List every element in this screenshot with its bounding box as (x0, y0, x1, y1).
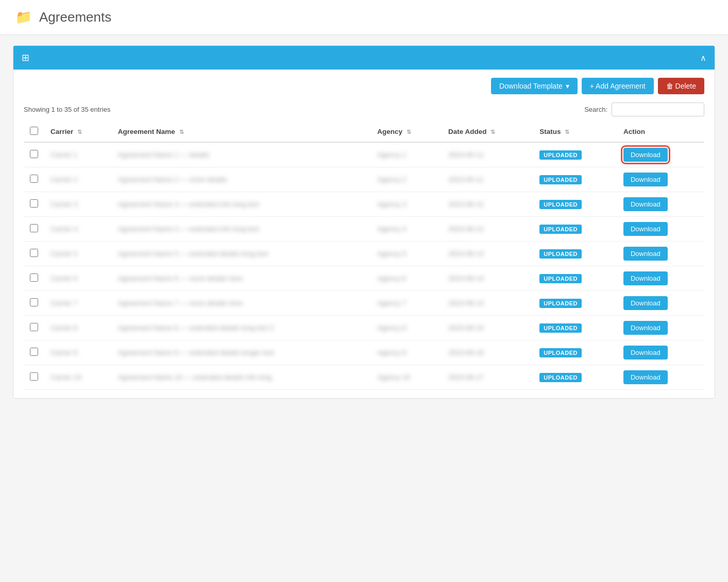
cell-agreement-name: Agreement Name 5 — extended details long… (118, 250, 268, 258)
toolbar: Download Template ▾ + Add Agreement 🗑 De… (24, 78, 704, 94)
cell-agreement-name: Agreement Name 1 — details (118, 151, 209, 159)
cell-date-added: 2023-06-14 (448, 299, 484, 307)
download-template-button[interactable]: Download Template ▾ (491, 78, 578, 94)
download-button[interactable]: Download (623, 173, 668, 186)
cell-agreement-name: Agreement Name 4 — extended info long te… (118, 225, 259, 233)
grid-icon: ⊞ (22, 52, 29, 63)
search-input[interactable] (612, 102, 704, 116)
showing-text: Showing 1 to 35 of 35 entries (24, 106, 110, 113)
table-row: Carrier 1Agreement Name 1 — detailsAgenc… (24, 142, 704, 167)
status-badge: UPLOADED (539, 249, 582, 259)
cell-agency: Agency 8 (377, 324, 406, 332)
download-button[interactable]: Download (623, 222, 668, 236)
cell-agreement-name: Agreement Name 6 — more details here (118, 275, 243, 282)
cell-date-added: 2023-06-16 (448, 349, 484, 356)
card-body: Download Template ▾ + Add Agreement 🗑 De… (13, 70, 715, 398)
sort-carrier-icon[interactable]: ⇅ (77, 129, 82, 135)
search-label: Search: (584, 106, 607, 113)
table-row: Carrier 7Agreement Name 7 — more details… (24, 291, 704, 316)
row-checkbox[interactable] (30, 298, 38, 306)
row-checkbox[interactable] (30, 249, 38, 257)
cell-date-added: 2023-05-11 (448, 176, 484, 183)
agreements-table: Carrier ⇅ Agreement Name ⇅ Agency ⇅ Date… (24, 122, 704, 390)
table-row: Carrier 3Agreement Name 3 — extended inf… (24, 192, 704, 217)
cell-agency: Agency 9 (377, 349, 406, 356)
status-badge: UPLOADED (539, 274, 582, 283)
row-checkbox[interactable] (30, 175, 38, 183)
download-button[interactable]: Download (623, 247, 668, 261)
cell-agency: Agency 7 (377, 299, 406, 307)
col-carrier: Carrier ⇅ (44, 122, 112, 142)
page-header: 📁 Agreements (0, 0, 728, 35)
sort-agency-icon[interactable]: ⇅ (407, 129, 411, 135)
download-button[interactable]: Download (623, 321, 668, 335)
row-checkbox[interactable] (30, 323, 38, 331)
col-agreement-name: Agreement Name ⇅ (112, 122, 371, 142)
table-row: Carrier 5Agreement Name 5 — extended det… (24, 242, 704, 266)
page-title: Agreements (39, 9, 111, 25)
download-button[interactable]: Download (623, 271, 668, 285)
add-agreement-button[interactable]: + Add Agreement (582, 78, 654, 94)
download-button[interactable]: Download (623, 370, 668, 384)
cell-date-added: 2023-06-17 (448, 373, 484, 381)
delete-label: 🗑 Delete (666, 82, 696, 90)
download-template-label: Download Template (499, 82, 563, 90)
row-checkbox[interactable] (30, 199, 38, 208)
status-badge: UPLOADED (539, 150, 582, 160)
cell-agency: Agency 6 (377, 275, 406, 282)
collapse-button[interactable]: ∧ (700, 53, 706, 63)
cell-carrier: Carrier 4 (50, 225, 78, 233)
table-row: Carrier 6Agreement Name 6 — more details… (24, 266, 704, 291)
cell-carrier: Carrier 1 (50, 151, 78, 159)
cell-carrier: Carrier 6 (50, 275, 78, 282)
folder-icon: 📁 (15, 9, 32, 25)
row-checkbox[interactable] (30, 273, 38, 282)
download-button[interactable]: Download (623, 197, 668, 211)
col-agency: Agency ⇅ (371, 122, 442, 142)
cell-date-added: 2023-06-12 (448, 200, 484, 208)
cell-date-added: 2023-06-12 (448, 225, 484, 233)
status-badge: UPLOADED (539, 348, 582, 357)
cell-carrier: Carrier 8 (50, 324, 78, 332)
table-row: Carrier 4Agreement Name 4 — extended inf… (24, 217, 704, 242)
cell-date-added: 2023-05-11 (448, 151, 484, 159)
search-row: Search: (584, 102, 704, 116)
col-status: Status ⇅ (533, 122, 617, 142)
table-row: Carrier 10Agreement Name 10 — extended d… (24, 365, 704, 390)
add-agreement-label: + Add Agreement (590, 82, 646, 90)
cell-agreement-name: Agreement Name 10 — extended details inf… (118, 373, 272, 381)
row-checkbox[interactable] (30, 348, 38, 356)
cell-agency: Agency 4 (377, 225, 406, 233)
select-all-header (24, 122, 44, 142)
sort-agreement-icon[interactable]: ⇅ (179, 129, 184, 135)
cell-date-added: 2023-06-15 (448, 324, 484, 332)
row-checkbox[interactable] (30, 372, 38, 381)
table-row: Carrier 2Agreement Name 2 — more details… (24, 167, 704, 192)
download-button[interactable]: Download (623, 148, 668, 162)
cell-agency: Agency 10 (377, 373, 410, 381)
cell-carrier: Carrier 3 (50, 200, 78, 208)
table-row: Carrier 8Agreement Name 8 — extended det… (24, 316, 704, 340)
card-header: ⊞ ∧ (13, 46, 715, 70)
cell-carrier: Carrier 7 (50, 299, 78, 307)
status-badge: UPLOADED (539, 175, 582, 184)
agreements-card: ⊞ ∧ Download Template ▾ + Add Agreement … (13, 45, 715, 399)
cell-agreement-name: Agreement Name 8 — extended details long… (118, 324, 274, 332)
cell-agency: Agency 3 (377, 200, 406, 208)
status-badge: UPLOADED (539, 225, 582, 234)
download-button[interactable]: Download (623, 346, 668, 360)
row-checkbox[interactable] (30, 150, 38, 158)
table-row: Carrier 9Agreement Name 9 — extended det… (24, 340, 704, 365)
sort-status-icon[interactable]: ⇅ (565, 129, 569, 135)
delete-button[interactable]: 🗑 Delete (658, 78, 704, 94)
row-checkbox[interactable] (30, 224, 38, 232)
status-badge: UPLOADED (539, 373, 582, 382)
chevron-down-icon: ▾ (566, 82, 569, 90)
sort-date-icon[interactable]: ⇅ (490, 129, 495, 135)
cell-agency: Agency 1 (377, 151, 406, 159)
download-button[interactable]: Download (623, 296, 668, 310)
cell-date-added: 2023-06-13 (448, 250, 484, 258)
select-all-checkbox[interactable] (30, 127, 38, 135)
status-badge: UPLOADED (539, 299, 582, 308)
cell-agreement-name: Agreement Name 7 — more details here (118, 299, 243, 307)
